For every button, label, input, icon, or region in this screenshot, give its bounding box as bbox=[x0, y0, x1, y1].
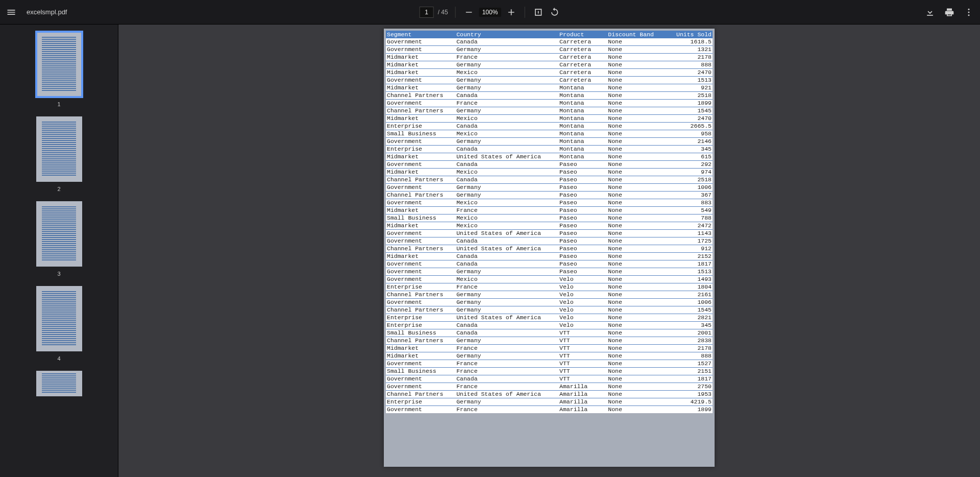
cell-discount_band: None bbox=[607, 283, 664, 291]
cell-product: Amarilla bbox=[558, 383, 607, 391]
cell-units_sold: 883 bbox=[664, 199, 713, 207]
menu-icon[interactable] bbox=[5, 6, 17, 18]
thumbnail-sidebar[interactable]: 1 2 3 4 bbox=[0, 25, 118, 477]
table-row: Channel PartnersGermanyVeloNone1545 bbox=[386, 306, 713, 314]
thumbnail-4[interactable] bbox=[36, 286, 82, 351]
cell-segment: Government bbox=[386, 138, 455, 146]
cell-country: Canada bbox=[455, 176, 558, 184]
cell-product: Carretera bbox=[558, 38, 607, 46]
thumbnail-label: 3 bbox=[57, 271, 60, 277]
cell-segment: Midmarket bbox=[386, 54, 455, 61]
cell-units_sold: 292 bbox=[664, 161, 713, 169]
table-row: GovernmentCanadaCarreteraNone1618.5 bbox=[386, 38, 713, 46]
cell-country: Canada bbox=[455, 375, 558, 383]
cell-product: Paseo bbox=[558, 253, 607, 260]
table-row: MidmarketCanadaPaseoNone2152 bbox=[386, 253, 713, 260]
table-row: MidmarketGermanyCarreteraNone888 bbox=[386, 61, 713, 69]
cell-product: Paseo bbox=[558, 214, 607, 222]
cell-country: Germany bbox=[455, 352, 558, 360]
cell-country: Mexico bbox=[455, 115, 558, 123]
cell-product: Paseo bbox=[558, 268, 607, 276]
cell-discount_band: None bbox=[607, 92, 664, 100]
cell-discount_band: None bbox=[607, 375, 664, 383]
cell-units_sold: 2665.5 bbox=[664, 123, 713, 130]
cell-discount_band: None bbox=[607, 299, 664, 306]
cell-segment: Government bbox=[386, 46, 455, 54]
cell-product: Montana bbox=[558, 107, 607, 115]
download-icon[interactable] bbox=[924, 6, 936, 18]
table-row: MidmarketGermanyVTTNone888 bbox=[386, 352, 713, 360]
cell-discount_band: None bbox=[607, 46, 664, 54]
table-row: GovernmentCanadaPaseoNone292 bbox=[386, 161, 713, 169]
cell-units_sold: 888 bbox=[664, 61, 713, 69]
cell-units_sold: 1899 bbox=[664, 406, 713, 414]
content-area[interactable]: Segment Country Product Discount Band Un… bbox=[118, 25, 980, 477]
cell-country: Germany bbox=[455, 138, 558, 146]
cell-discount_band: None bbox=[607, 77, 664, 84]
thumbnail-1[interactable] bbox=[36, 32, 82, 97]
table-row: MidmarketMexicoPaseoNone2472 bbox=[386, 222, 713, 230]
cell-country: United States of America bbox=[455, 391, 558, 398]
cell-units_sold: 549 bbox=[664, 207, 713, 214]
cell-discount_band: None bbox=[607, 130, 664, 138]
cell-segment: Government bbox=[386, 184, 455, 192]
cell-discount_band: None bbox=[607, 391, 664, 398]
zoom-in-icon[interactable] bbox=[505, 6, 517, 18]
thumbnail-5[interactable] bbox=[36, 371, 82, 396]
cell-segment: Government bbox=[386, 406, 455, 414]
cell-segment: Midmarket bbox=[386, 253, 455, 260]
more-icon[interactable] bbox=[963, 6, 975, 18]
table-row: MidmarketMexicoMontanaNone2470 bbox=[386, 115, 713, 123]
cell-product: Montana bbox=[558, 138, 607, 146]
cell-units_sold: 2518 bbox=[664, 176, 713, 184]
cell-product: Paseo bbox=[558, 176, 607, 184]
thumbnail-2[interactable] bbox=[36, 116, 82, 182]
cell-discount_band: None bbox=[607, 138, 664, 146]
cell-country: Canada bbox=[455, 322, 558, 329]
fit-page-icon[interactable] bbox=[532, 6, 544, 18]
cell-segment: Channel Partners bbox=[386, 391, 455, 398]
cell-discount_band: None bbox=[607, 207, 664, 214]
cell-segment: Midmarket bbox=[386, 84, 455, 92]
print-icon[interactable] bbox=[943, 6, 955, 18]
cell-discount_band: None bbox=[607, 146, 664, 153]
cell-segment: Midmarket bbox=[386, 153, 455, 161]
table-row: MidmarketMexicoCarreteraNone2470 bbox=[386, 69, 713, 77]
table-row: Channel PartnersCanadaPaseoNone2518 bbox=[386, 176, 713, 184]
cell-units_sold: 788 bbox=[664, 214, 713, 222]
table-row: GovernmentGermanyCarreteraNone1321 bbox=[386, 46, 713, 54]
cell-segment: Government bbox=[386, 77, 455, 84]
header-country: Country bbox=[455, 31, 558, 38]
cell-country: Canada bbox=[455, 146, 558, 153]
cell-segment: Government bbox=[386, 383, 455, 391]
cell-discount_band: None bbox=[607, 245, 664, 253]
cell-units_sold: 2146 bbox=[664, 138, 713, 146]
cell-units_sold: 974 bbox=[664, 169, 713, 176]
cell-segment: Enterprise bbox=[386, 398, 455, 406]
cell-units_sold: 345 bbox=[664, 146, 713, 153]
cell-segment: Midmarket bbox=[386, 345, 455, 352]
cell-discount_band: None bbox=[607, 322, 664, 329]
cell-country: France bbox=[455, 283, 558, 291]
cell-discount_band: None bbox=[607, 352, 664, 360]
cell-country: France bbox=[455, 207, 558, 214]
cell-units_sold: 2838 bbox=[664, 337, 713, 345]
cell-discount_band: None bbox=[607, 38, 664, 46]
rotate-icon[interactable] bbox=[548, 6, 560, 18]
cell-country: Germany bbox=[455, 184, 558, 192]
cell-segment: Midmarket bbox=[386, 69, 455, 77]
cell-country: Mexico bbox=[455, 69, 558, 77]
cell-product: Carretera bbox=[558, 46, 607, 54]
svg-point-2 bbox=[968, 14, 970, 16]
page-input[interactable] bbox=[420, 7, 434, 18]
cell-units_sold: 1545 bbox=[664, 306, 713, 314]
cell-units_sold: 1143 bbox=[664, 230, 713, 237]
cell-segment: Government bbox=[386, 360, 455, 368]
cell-product: VTT bbox=[558, 375, 607, 383]
cell-product: Montana bbox=[558, 100, 607, 107]
zoom-out-icon[interactable] bbox=[463, 6, 475, 18]
thumbnail-3[interactable] bbox=[36, 201, 82, 267]
cell-discount_band: None bbox=[607, 360, 664, 368]
cell-product: Carretera bbox=[558, 61, 607, 69]
cell-discount_band: None bbox=[607, 398, 664, 406]
